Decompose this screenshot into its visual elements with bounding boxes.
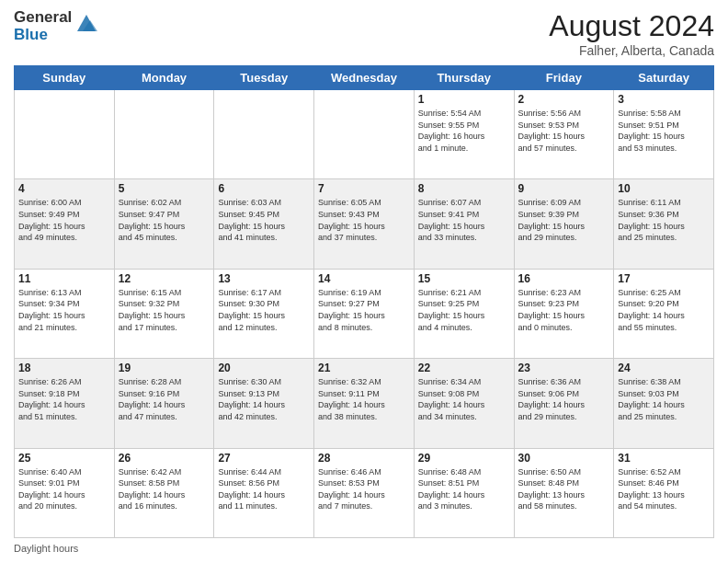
- day-info: Sunrise: 6:26 AM Sunset: 9:18 PM Dayligh…: [18, 376, 110, 422]
- day-number: 11: [18, 272, 110, 285]
- calendar-table: SundayMondayTuesdayWednesdayThursdayFrid…: [14, 65, 714, 538]
- day-number: 27: [218, 452, 310, 465]
- calendar-cell: 5Sunrise: 6:02 AM Sunset: 9:47 PM Daylig…: [114, 179, 214, 269]
- day-info: Sunrise: 6:17 AM Sunset: 9:30 PM Dayligh…: [218, 287, 310, 333]
- calendar-cell: 8Sunrise: 6:07 AM Sunset: 9:41 PM Daylig…: [414, 179, 514, 269]
- calendar-cell: 16Sunrise: 6:23 AM Sunset: 9:23 PM Dayli…: [514, 269, 614, 358]
- day-number: 12: [119, 272, 210, 285]
- day-info: Sunrise: 6:46 AM Sunset: 8:53 PM Dayligh…: [318, 466, 410, 512]
- day-info: Sunrise: 6:40 AM Sunset: 9:01 PM Dayligh…: [18, 466, 110, 512]
- calendar-cell: 13Sunrise: 6:17 AM Sunset: 9:30 PM Dayli…: [214, 269, 314, 358]
- day-info: Sunrise: 6:03 AM Sunset: 9:45 PM Dayligh…: [218, 197, 310, 243]
- day-header-thursday: Thursday: [414, 66, 514, 90]
- day-info: Sunrise: 6:30 AM Sunset: 9:13 PM Dayligh…: [218, 376, 310, 422]
- day-info: Sunrise: 6:13 AM Sunset: 9:34 PM Dayligh…: [18, 287, 110, 333]
- day-number: 26: [119, 452, 210, 465]
- calendar-cell: 19Sunrise: 6:28 AM Sunset: 9:16 PM Dayli…: [114, 359, 214, 448]
- day-info: Sunrise: 5:58 AM Sunset: 9:51 PM Dayligh…: [618, 108, 710, 154]
- day-info: Sunrise: 6:19 AM Sunset: 9:27 PM Dayligh…: [318, 287, 410, 333]
- day-number: 25: [18, 452, 110, 465]
- day-info: Sunrise: 6:05 AM Sunset: 9:43 PM Dayligh…: [318, 197, 410, 243]
- day-info: Sunrise: 6:23 AM Sunset: 9:23 PM Dayligh…: [518, 287, 610, 333]
- calendar-cell: 30Sunrise: 6:50 AM Sunset: 8:48 PM Dayli…: [514, 448, 614, 537]
- day-number: 16: [518, 272, 610, 285]
- day-number: 31: [618, 452, 710, 465]
- page: General Blue August 2024 Falher, Alberta…: [0, 0, 728, 563]
- logo-general: General: [14, 8, 72, 26]
- day-number: 30: [518, 452, 610, 465]
- day-info: Sunrise: 6:38 AM Sunset: 9:03 PM Dayligh…: [618, 376, 710, 422]
- calendar-cell: 31Sunrise: 6:52 AM Sunset: 8:46 PM Dayli…: [614, 448, 714, 537]
- day-header-monday: Monday: [114, 66, 214, 90]
- day-info: Sunrise: 6:36 AM Sunset: 9:06 PM Dayligh…: [518, 376, 610, 422]
- calendar-cell: 6Sunrise: 6:03 AM Sunset: 9:45 PM Daylig…: [214, 179, 314, 269]
- day-number: 8: [418, 182, 510, 195]
- calendar-cell: 2Sunrise: 5:56 AM Sunset: 9:53 PM Daylig…: [514, 90, 614, 179]
- calendar-cell: 14Sunrise: 6:19 AM Sunset: 9:27 PM Dayli…: [314, 269, 415, 358]
- title-area: August 2024 Falher, Alberta, Canada: [549, 9, 714, 58]
- logo: General Blue: [14, 9, 99, 43]
- day-info: Sunrise: 6:07 AM Sunset: 9:41 PM Dayligh…: [418, 197, 510, 243]
- day-info: Sunrise: 6:25 AM Sunset: 9:20 PM Dayligh…: [618, 287, 710, 333]
- calendar-cell: 21Sunrise: 6:32 AM Sunset: 9:11 PM Dayli…: [314, 359, 415, 448]
- calendar-cell: 29Sunrise: 6:48 AM Sunset: 8:51 PM Dayli…: [414, 448, 514, 537]
- day-info: Sunrise: 6:44 AM Sunset: 8:56 PM Dayligh…: [218, 466, 310, 512]
- calendar-cell: 10Sunrise: 6:11 AM Sunset: 9:36 PM Dayli…: [614, 179, 714, 269]
- calendar-cell: 26Sunrise: 6:42 AM Sunset: 8:58 PM Dayli…: [114, 448, 214, 537]
- day-header-saturday: Saturday: [614, 66, 714, 90]
- day-number: 19: [119, 362, 210, 374]
- day-header-tuesday: Tuesday: [214, 66, 314, 90]
- calendar-cell: [314, 90, 415, 179]
- calendar-cell: 27Sunrise: 6:44 AM Sunset: 8:56 PM Dayli…: [214, 448, 314, 537]
- day-number: 24: [618, 362, 710, 374]
- calendar-cell: 4Sunrise: 6:00 AM Sunset: 9:49 PM Daylig…: [15, 179, 115, 269]
- calendar-cell: 9Sunrise: 6:09 AM Sunset: 9:39 PM Daylig…: [514, 179, 614, 269]
- calendar-cell: 15Sunrise: 6:21 AM Sunset: 9:25 PM Dayli…: [414, 269, 514, 358]
- location: Falher, Alberta, Canada: [549, 43, 714, 58]
- day-header-sunday: Sunday: [15, 66, 115, 90]
- calendar-cell: 23Sunrise: 6:36 AM Sunset: 9:06 PM Dayli…: [514, 359, 614, 448]
- calendar-week-1: 1Sunrise: 5:54 AM Sunset: 9:55 PM Daylig…: [15, 90, 714, 179]
- calendar-cell: 17Sunrise: 6:25 AM Sunset: 9:20 PM Dayli…: [614, 269, 714, 358]
- day-number: 17: [618, 272, 710, 285]
- day-number: 7: [318, 182, 410, 195]
- month-year: August 2024: [549, 9, 714, 43]
- day-info: Sunrise: 5:56 AM Sunset: 9:53 PM Dayligh…: [518, 108, 610, 154]
- day-number: 3: [618, 93, 710, 106]
- day-info: Sunrise: 6:34 AM Sunset: 9:08 PM Dayligh…: [418, 376, 510, 422]
- calendar-header-row: SundayMondayTuesdayWednesdayThursdayFrid…: [15, 66, 714, 90]
- day-number: 14: [318, 272, 410, 285]
- calendar-cell: 18Sunrise: 6:26 AM Sunset: 9:18 PM Dayli…: [15, 359, 115, 448]
- day-info: Sunrise: 6:02 AM Sunset: 9:47 PM Dayligh…: [119, 197, 210, 243]
- day-info: Sunrise: 6:48 AM Sunset: 8:51 PM Dayligh…: [418, 466, 510, 512]
- calendar-cell: 12Sunrise: 6:15 AM Sunset: 9:32 PM Dayli…: [114, 269, 214, 358]
- day-info: Sunrise: 6:11 AM Sunset: 9:36 PM Dayligh…: [618, 197, 710, 243]
- day-number: 5: [119, 182, 210, 195]
- header: General Blue August 2024 Falher, Alberta…: [14, 9, 714, 58]
- day-number: 15: [418, 272, 510, 285]
- day-header-friday: Friday: [514, 66, 614, 90]
- day-number: 22: [418, 362, 510, 374]
- day-number: 10: [618, 182, 710, 195]
- day-info: Sunrise: 6:09 AM Sunset: 9:39 PM Dayligh…: [518, 197, 610, 243]
- day-info: Sunrise: 6:52 AM Sunset: 8:46 PM Dayligh…: [618, 466, 710, 512]
- day-number: 28: [318, 452, 410, 465]
- calendar-cell: 11Sunrise: 6:13 AM Sunset: 9:34 PM Dayli…: [15, 269, 115, 358]
- calendar-week-5: 25Sunrise: 6:40 AM Sunset: 9:01 PM Dayli…: [15, 448, 714, 537]
- calendar-cell: [114, 90, 214, 179]
- day-number: 1: [418, 93, 510, 106]
- day-header-wednesday: Wednesday: [314, 66, 415, 90]
- day-info: Sunrise: 6:42 AM Sunset: 8:58 PM Dayligh…: [119, 466, 210, 512]
- calendar-week-4: 18Sunrise: 6:26 AM Sunset: 9:18 PM Dayli…: [15, 359, 714, 448]
- calendar-cell: 28Sunrise: 6:46 AM Sunset: 8:53 PM Dayli…: [314, 448, 415, 537]
- calendar-cell: 24Sunrise: 6:38 AM Sunset: 9:03 PM Dayli…: [614, 359, 714, 448]
- day-number: 18: [18, 362, 110, 374]
- daylight-hours-label: Daylight hours: [14, 543, 78, 554]
- day-info: Sunrise: 6:28 AM Sunset: 9:16 PM Dayligh…: [119, 376, 210, 422]
- day-info: Sunrise: 6:21 AM Sunset: 9:25 PM Dayligh…: [418, 287, 510, 333]
- calendar-week-3: 11Sunrise: 6:13 AM Sunset: 9:34 PM Dayli…: [15, 269, 714, 358]
- calendar-cell: 20Sunrise: 6:30 AM Sunset: 9:13 PM Dayli…: [214, 359, 314, 448]
- day-number: 13: [218, 272, 310, 285]
- calendar-week-2: 4Sunrise: 6:00 AM Sunset: 9:49 PM Daylig…: [15, 179, 714, 269]
- calendar-cell: 22Sunrise: 6:34 AM Sunset: 9:08 PM Dayli…: [414, 359, 514, 448]
